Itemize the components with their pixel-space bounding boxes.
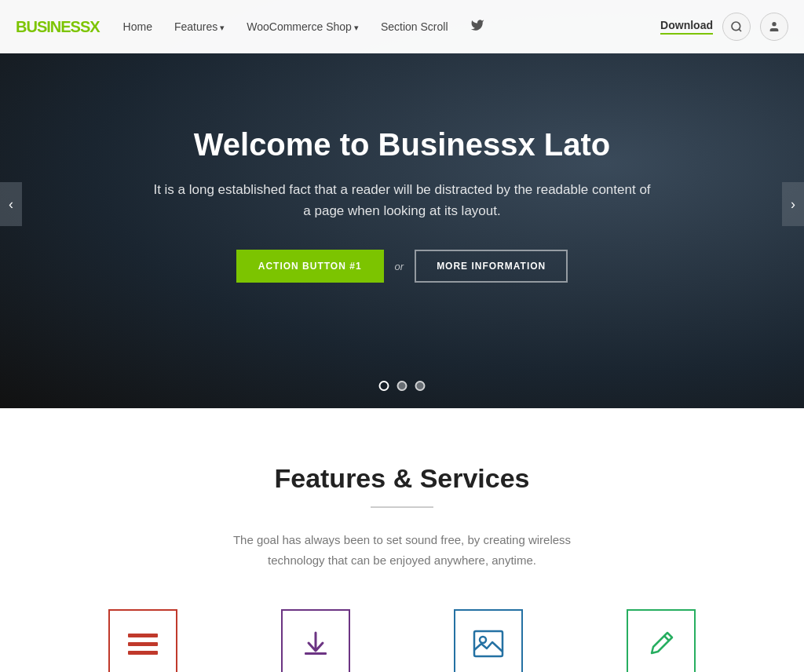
nav-link-home[interactable]: Home xyxy=(123,20,152,33)
nav-right: Download xyxy=(660,13,788,41)
media-icon-box[interactable] xyxy=(454,609,523,672)
feature-item-download: Download Icon xyxy=(253,609,378,672)
hero-dot-3[interactable] xyxy=(415,381,426,391)
hero-dots xyxy=(379,381,426,391)
svg-rect-5 xyxy=(128,651,158,655)
brand-name-black: BUSINESS xyxy=(16,18,90,35)
twitter-icon[interactable] xyxy=(470,21,484,35)
hero-next-arrow[interactable]: › xyxy=(782,182,804,226)
svg-rect-6 xyxy=(305,652,327,655)
hero-title: Welcome to Businessx Lato xyxy=(151,126,653,163)
navbar: BUSINESSX Home Features WooCommerce Shop… xyxy=(0,0,804,53)
brand-logo[interactable]: BUSINESSX xyxy=(16,18,100,36)
three-burgers-icon-box[interactable] xyxy=(108,609,177,672)
hero-subtitle: It is a long established fact that a rea… xyxy=(151,179,653,221)
svg-rect-4 xyxy=(128,642,158,646)
features-grid: Three Burgers Download Icon Media Elemen… xyxy=(49,609,755,672)
features-title: Features & Services xyxy=(31,463,773,494)
nav-item-home[interactable]: Home xyxy=(123,20,152,34)
pick-icon-box[interactable] xyxy=(627,609,696,672)
svg-line-1 xyxy=(739,29,741,31)
nav-item-section-scroll[interactable]: Section Scroll xyxy=(381,20,448,34)
feature-item-pick: Pick Something xyxy=(598,609,724,672)
svg-point-8 xyxy=(480,637,486,643)
nav-item-woocommerce[interactable]: WooCommerce Shop xyxy=(247,20,359,34)
hero-dot-2[interactable] xyxy=(397,381,407,391)
download-link[interactable]: Download xyxy=(660,19,713,35)
nav-item-twitter[interactable] xyxy=(470,18,484,35)
features-section: Features & Services The goal has always … xyxy=(0,408,804,672)
svg-rect-3 xyxy=(128,634,158,637)
nav-item-features[interactable]: Features xyxy=(174,20,225,34)
nav-link-section-scroll[interactable]: Section Scroll xyxy=(381,20,448,33)
hero-buttons: ACTION BUTTON #1 or MORE INFORMATION xyxy=(151,250,653,283)
svg-rect-7 xyxy=(474,631,502,656)
action-button[interactable]: ACTION BUTTON #1 xyxy=(236,250,384,283)
svg-line-9 xyxy=(664,636,669,641)
feature-item-burgers: Three Burgers xyxy=(80,609,206,672)
nav-link-woocommerce[interactable]: WooCommerce Shop xyxy=(247,20,359,33)
download-icon-box[interactable] xyxy=(281,609,350,672)
or-text: or xyxy=(395,261,404,272)
svg-point-0 xyxy=(732,22,740,31)
nav-link-features[interactable]: Features xyxy=(174,20,225,33)
hero-dot-1[interactable] xyxy=(379,381,389,391)
features-divider xyxy=(371,506,433,508)
more-info-button[interactable]: MORE INFORMATION xyxy=(415,250,568,283)
hero-section: ‹ Welcome to Businessx Lato It is a long… xyxy=(0,0,804,408)
svg-point-2 xyxy=(772,22,776,26)
hero-content: Welcome to Businessx Lato It is a long e… xyxy=(135,126,669,283)
features-description: The goal has always been to set sound fr… xyxy=(206,530,598,570)
avatar-button[interactable] xyxy=(760,13,788,41)
feature-item-media: Media Element xyxy=(426,609,551,672)
search-button[interactable] xyxy=(722,13,751,41)
brand-name-green: X xyxy=(90,18,99,35)
nav-links: Home Features WooCommerce Shop Section S… xyxy=(123,18,661,35)
hero-prev-arrow[interactable]: ‹ xyxy=(0,182,22,226)
